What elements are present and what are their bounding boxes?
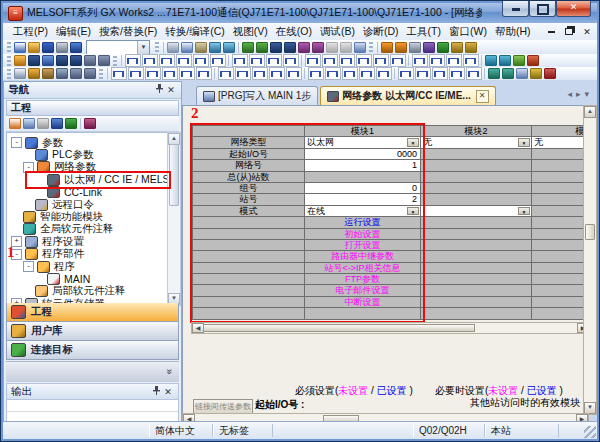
ladder-symbol-button[interactable] [162,67,178,80]
ladder-symbol-button[interactable] [359,67,375,80]
ladder-symbol-button[interactable] [235,67,251,80]
dropdown-select[interactable]: 以太网▼ [305,137,421,148]
document-v-scrollbar[interactable]: ▲ ▼ [583,105,597,415]
flag-icon[interactable] [437,41,450,53]
value-input[interactable]: 0000 [305,149,421,160]
setting-link[interactable]: 打开设置 [305,240,421,251]
collapse-icon[interactable]: - [11,137,22,148]
chip-menu-icon[interactable] [98,55,111,67]
ladder-symbol-button[interactable] [376,67,392,80]
close-button[interactable]: ✕ [556,1,591,17]
zoom-icon[interactable] [354,41,367,53]
ladder-symbol-button[interactable] [111,67,127,80]
toolbar-grip[interactable] [155,42,159,52]
ladder-symbol-button[interactable] [252,67,268,80]
mdi-minimize-button[interactable] [545,26,557,38]
ladder-symbol-button[interactable] [429,54,445,67]
ladder-symbol-button[interactable] [308,67,324,80]
quit-icon[interactable] [544,68,557,80]
sort-icon[interactable] [409,41,422,53]
toolbar-grip[interactable] [7,69,11,79]
ladder-symbol-button[interactable] [249,54,265,67]
find-dark2-icon[interactable] [70,55,83,67]
menu-item-6[interactable]: 调试(B) [316,25,359,39]
chip3-icon[interactable] [84,68,97,80]
toolbar-grip[interactable] [7,42,11,52]
ladder-symbol-button[interactable] [176,54,192,67]
toolbar-grip[interactable] [99,69,103,79]
ladder-symbol-button[interactable] [196,67,212,80]
tab-network-parameter[interactable]: 网络参数 以太网/CC IE/ME...✕ [320,86,495,105]
chip-icon[interactable] [84,55,97,67]
copy-item-icon[interactable] [23,118,36,130]
dropdown-arrow-icon[interactable]: ▼ [407,138,419,146]
monitor-stop-icon[interactable] [284,41,297,53]
help-icon[interactable] [70,41,83,53]
ladder-symbol-button[interactable] [286,67,302,80]
write-plc-icon[interactable] [242,41,255,53]
note-icon[interactable] [513,55,526,67]
toolbar-grip[interactable] [7,56,11,66]
chip2-icon[interactable] [70,68,83,80]
ladder-symbol-button[interactable] [449,67,465,80]
ladder-symbol-button[interactable] [210,54,226,67]
monitor-start-icon[interactable] [270,41,283,53]
library2-icon[interactable] [465,41,478,53]
paste-item-icon[interactable] [37,118,50,130]
replace-icon[interactable] [56,68,69,80]
ladder-symbol-button[interactable] [179,67,195,80]
chevron-overflow-icon[interactable]: » [165,369,176,375]
open-icon[interactable] [28,41,41,53]
menu-item-8[interactable]: 工具(T) [403,25,445,39]
setting-link[interactable]: 路由器中继参数 [305,251,421,262]
tab-scroll-icons[interactable]: ◂▸▾ [567,89,593,99]
device-combo-box[interactable]: ▼ [86,40,150,55]
ladder-symbol-button[interactable] [390,54,406,67]
pencil-icon[interactable] [28,68,41,80]
read-plc-icon[interactable] [256,41,269,53]
info-icon[interactable] [51,118,64,130]
value-input[interactable]: 0 [305,183,421,194]
watch-icon[interactable] [298,41,311,53]
ladder-symbol-button[interactable] [342,67,358,80]
ladder-symbol-button[interactable] [356,54,372,67]
ladder-symbol-button[interactable] [398,67,414,80]
disabled-icon[interactable] [326,41,339,53]
param-down-icon[interactable] [395,41,408,53]
check-icon[interactable] [527,55,540,67]
ladder-symbol-button[interactable] [412,54,428,67]
value-input[interactable]: 2 [305,194,421,205]
mdi-restore-button[interactable] [563,26,575,38]
pin-icon[interactable] [153,84,165,96]
refresh-icon[interactable] [65,118,78,130]
watch2-icon[interactable] [502,68,515,80]
tree-scroll-thumb[interactable] [169,144,179,206]
disabled-icon[interactable] [340,41,353,53]
ladder-symbol-button[interactable] [283,54,299,67]
cut-icon[interactable] [167,41,180,53]
output-pin-icon[interactable] [150,386,162,398]
select-icon[interactable] [14,68,27,80]
collapse-icon[interactable]: - [23,162,34,173]
monitor-icon[interactable] [488,68,501,80]
maximize-button[interactable] [529,1,556,17]
dropdown-arrow-icon[interactable]: ▼ [518,207,530,215]
zoom2-icon[interactable] [516,68,529,80]
brush-icon[interactable] [42,68,55,80]
menu-item-2[interactable]: 搜索/替换(F) [95,25,161,39]
dock-button-工程[interactable]: 工程 [6,303,179,322]
save-icon[interactable] [42,41,55,53]
ladder-symbol-button[interactable] [266,54,282,67]
ladder-symbol-button[interactable] [446,54,462,67]
comment-icon[interactable] [485,55,498,67]
print-icon[interactable] [56,41,69,53]
menu-item-5[interactable]: 在线(O) [272,25,316,39]
table-h-scrollbar[interactable]: ◀ ▶ [191,322,588,334]
ladder-symbol-button[interactable] [305,54,321,67]
ladder-symbol-button[interactable] [218,67,234,80]
ladder-symbol-button[interactable] [325,67,341,80]
combo-dropdown-icon[interactable]: ▼ [137,41,149,54]
output-close-icon[interactable]: ✕ [162,386,174,398]
nav-toggle-icon[interactable] [14,55,27,67]
device-find-icon[interactable] [423,41,436,53]
